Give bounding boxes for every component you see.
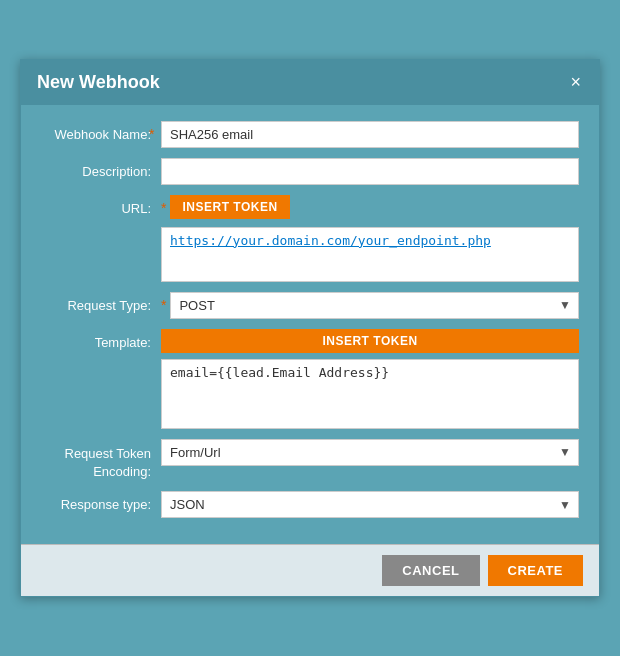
request-type-select-wrap: POST GET PUT DELETE ▼ [170, 292, 579, 319]
template-label: Template: [41, 329, 161, 350]
dialog-body: Webhook Name: * Description: URL: * [21, 105, 599, 544]
url-input[interactable]: https://your.domain.com/your_endpoint.ph… [161, 227, 579, 282]
request-type-label: Request Type: [41, 292, 161, 313]
webhook-name-row: Webhook Name: * [41, 121, 579, 148]
request-type-wrap: * POST GET PUT DELETE ▼ [161, 292, 579, 319]
cancel-button[interactable]: CANCEL [382, 555, 479, 586]
dialog-footer: CANCEL CREATE [21, 544, 599, 596]
required-star-url: * [161, 200, 166, 216]
url-row: URL: * INSERT TOKEN https://your.domain.… [41, 195, 579, 282]
description-input[interactable] [161, 158, 579, 185]
description-label: Description: [41, 158, 161, 179]
new-webhook-dialog: New Webhook × Webhook Name: * Descriptio… [20, 59, 600, 597]
webhook-name-input[interactable] [161, 121, 579, 148]
required-star-name: * [149, 126, 154, 142]
template-row: Template: INSERT TOKEN email={{lead.Emai… [41, 329, 579, 429]
request-token-encoding-row: Request Token Encoding: Form/Url JSON No… [41, 439, 579, 481]
request-token-encoding-select-wrap: Form/Url JSON None ▼ [161, 439, 579, 466]
webhook-name-wrap: * [161, 121, 579, 148]
description-row: Description: [41, 158, 579, 185]
insert-token-template-button[interactable]: INSERT TOKEN [161, 329, 579, 353]
request-type-select[interactable]: POST GET PUT DELETE [170, 292, 579, 319]
request-type-row: Request Type: * POST GET PUT DELETE ▼ [41, 292, 579, 319]
response-type-select-wrap: JSON XML Text ▼ [161, 491, 579, 518]
dialog-header: New Webhook × [21, 60, 599, 105]
request-token-encoding-wrap: Form/Url JSON None ▼ [161, 439, 579, 466]
template-wrap: INSERT TOKEN email={{lead.Email Address}… [161, 329, 579, 429]
response-type-label: Response type: [41, 491, 161, 512]
description-wrap [161, 158, 579, 185]
url-wrap: * INSERT TOKEN https://your.domain.com/y… [161, 195, 579, 282]
dialog-title: New Webhook [37, 72, 160, 93]
response-type-wrap: JSON XML Text ▼ [161, 491, 579, 518]
response-type-select[interactable]: JSON XML Text [161, 491, 579, 518]
required-star-request-type: * [161, 297, 166, 313]
webhook-name-label: Webhook Name: [41, 121, 161, 142]
url-label: URL: [41, 195, 161, 216]
close-button[interactable]: × [568, 73, 583, 91]
request-token-encoding-label: Request Token Encoding: [41, 439, 161, 481]
template-input[interactable]: email={{lead.Email Address}} [161, 359, 579, 429]
insert-token-url-button[interactable]: INSERT TOKEN [170, 195, 289, 219]
create-button[interactable]: CREATE [488, 555, 583, 586]
response-type-row: Response type: JSON XML Text ▼ [41, 491, 579, 518]
request-token-encoding-select[interactable]: Form/Url JSON None [161, 439, 579, 466]
